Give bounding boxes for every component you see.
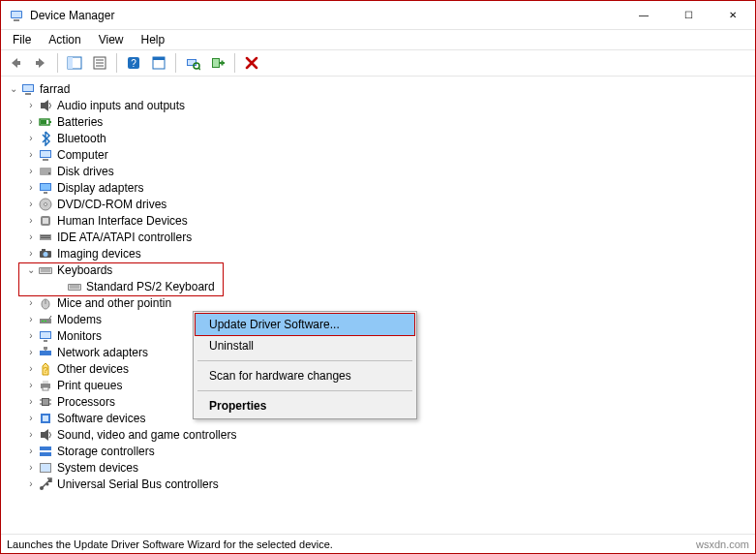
tree-item-display[interactable]: Display adapters bbox=[7, 179, 755, 196]
expand-collapse-icon[interactable] bbox=[24, 396, 38, 407]
tree-item-usb[interactable]: Universal Serial Bus controllers bbox=[7, 476, 755, 492]
computer-icon bbox=[38, 147, 53, 163]
svg-rect-78 bbox=[40, 452, 51, 456]
tree-item-label: Standard PS/2 Keyboard bbox=[86, 280, 215, 293]
tree-item-disk[interactable]: Disk drives bbox=[7, 163, 755, 179]
toolbar: ? bbox=[1, 49, 755, 77]
expand-collapse-icon[interactable] bbox=[24, 248, 38, 259]
tree-item-dvd[interactable]: DVD/CD-ROM drives bbox=[7, 196, 755, 212]
expand-collapse-icon[interactable] bbox=[24, 347, 38, 357]
menu-help[interactable]: Help bbox=[134, 31, 173, 48]
expand-collapse-icon[interactable] bbox=[24, 446, 38, 456]
context-menu-scan-for-hardware-changes[interactable]: Scan for hardware changes bbox=[196, 365, 414, 386]
expand-collapse-icon[interactable] bbox=[24, 314, 38, 324]
tree-item-label: Network adapters bbox=[57, 346, 148, 359]
action-button[interactable] bbox=[148, 52, 169, 74]
tree-item-label: Universal Serial Bus controllers bbox=[57, 477, 219, 491]
tree-item-computer[interactable]: Computer bbox=[7, 146, 755, 163]
tree-item-imaging[interactable]: Imaging devices bbox=[7, 245, 755, 262]
svg-rect-40 bbox=[41, 237, 50, 238]
cpu-icon bbox=[38, 394, 53, 410]
tree-item-ide[interactable]: IDE ATA/ATAPI controllers bbox=[7, 229, 755, 245]
tree-item-hid[interactable]: Human Interface Devices bbox=[7, 212, 755, 229]
maximize-button[interactable]: ☐ bbox=[666, 1, 711, 29]
svg-rect-2 bbox=[14, 19, 19, 21]
expand-collapse-icon[interactable] bbox=[24, 231, 38, 242]
expand-collapse-icon[interactable] bbox=[24, 133, 38, 143]
tree-item-audio[interactable]: Audio inputs and outputs bbox=[7, 97, 755, 113]
svg-rect-39 bbox=[41, 235, 50, 236]
expand-collapse-icon[interactable] bbox=[7, 83, 20, 94]
properties-button[interactable] bbox=[89, 52, 110, 74]
menu-view[interactable]: View bbox=[91, 31, 132, 48]
tree-item-keyboard-child[interactable]: Standard PS/2 Keyboard bbox=[7, 278, 755, 294]
minimize-button[interactable]: — bbox=[621, 1, 666, 29]
expand-collapse-icon[interactable] bbox=[24, 264, 38, 275]
svg-rect-67 bbox=[43, 387, 48, 390]
svg-point-30 bbox=[48, 172, 50, 174]
menu-file[interactable]: File bbox=[5, 31, 39, 48]
scan-hardware-button[interactable] bbox=[182, 52, 203, 74]
svg-rect-33 bbox=[44, 192, 47, 194]
software-icon bbox=[38, 411, 53, 426]
tree-item-mouse[interactable]: Mice and other pointin bbox=[7, 294, 755, 311]
close-button[interactable]: ✕ bbox=[711, 1, 755, 29]
tree-item-label: DVD/CD-ROM drives bbox=[57, 198, 166, 211]
tree-item-label: Storage controllers bbox=[57, 445, 155, 458]
expand-collapse-icon[interactable] bbox=[24, 380, 38, 390]
tree-item-bluetooth[interactable]: Bluetooth bbox=[7, 130, 755, 146]
help-button[interactable]: ? bbox=[123, 52, 144, 74]
dvd-icon bbox=[38, 197, 53, 212]
toolbar-separator bbox=[116, 53, 117, 73]
tree-item-system[interactable]: System devices bbox=[7, 459, 755, 476]
expand-collapse-icon[interactable] bbox=[24, 363, 38, 374]
tree-item-storage[interactable]: Storage controllers bbox=[7, 443, 755, 459]
device-tree[interactable]: farradAudio inputs and outputsBatteriesB… bbox=[1, 77, 755, 534]
svg-rect-60 bbox=[44, 340, 47, 342]
tree-item-label: Human Interface Devices bbox=[57, 214, 188, 228]
svg-point-42 bbox=[44, 252, 48, 257]
expand-collapse-icon[interactable] bbox=[24, 215, 38, 226]
tree-item-keyboard[interactable]: Keyboards bbox=[7, 262, 755, 278]
expand-collapse-icon[interactable] bbox=[24, 478, 38, 489]
svg-point-83 bbox=[46, 482, 49, 485]
svg-rect-76 bbox=[41, 432, 45, 438]
tree-item-label: Sound, video and game controllers bbox=[57, 428, 236, 442]
svg-point-55 bbox=[42, 320, 44, 322]
computer-root-icon bbox=[20, 81, 36, 97]
add-legacy-hardware-button[interactable] bbox=[207, 52, 228, 74]
expand-collapse-icon[interactable] bbox=[24, 116, 38, 127]
svg-rect-37 bbox=[43, 218, 48, 224]
expand-collapse-icon[interactable] bbox=[24, 462, 38, 473]
storage-icon bbox=[38, 444, 53, 459]
delete-icon[interactable] bbox=[241, 52, 262, 74]
expand-collapse-icon[interactable] bbox=[24, 199, 38, 209]
back-button[interactable] bbox=[5, 52, 26, 74]
show-hide-console-tree-button[interactable] bbox=[64, 52, 85, 74]
expand-collapse-icon[interactable] bbox=[24, 182, 38, 193]
expand-collapse-icon[interactable] bbox=[24, 429, 38, 440]
expand-collapse-icon[interactable] bbox=[24, 149, 38, 160]
forward-button[interactable] bbox=[30, 52, 51, 74]
context-menu-update-driver-software[interactable]: Update Driver Software... bbox=[195, 313, 415, 336]
expand-collapse-icon[interactable] bbox=[24, 100, 38, 110]
tree-item-battery[interactable]: Batteries bbox=[7, 113, 755, 130]
expand-collapse-icon[interactable] bbox=[24, 166, 38, 176]
tree-item-label: Display adapters bbox=[57, 181, 143, 195]
svg-rect-43 bbox=[42, 249, 45, 251]
tree-item-sound[interactable]: Sound, video and game controllers bbox=[7, 426, 755, 443]
context-menu-uninstall[interactable]: Uninstall bbox=[196, 335, 414, 356]
expand-collapse-icon[interactable] bbox=[24, 413, 38, 423]
svg-rect-75 bbox=[43, 416, 48, 421]
svg-rect-32 bbox=[41, 184, 50, 190]
svg-rect-84 bbox=[48, 479, 51, 482]
svg-line-57 bbox=[49, 316, 51, 319]
svg-rect-28 bbox=[43, 159, 48, 161]
tree-root[interactable]: farrad bbox=[7, 80, 755, 97]
context-menu-properties[interactable]: Properties bbox=[196, 395, 414, 416]
expand-collapse-icon[interactable] bbox=[24, 330, 38, 341]
menu-action[interactable]: Action bbox=[41, 31, 88, 48]
expand-collapse-icon[interactable] bbox=[24, 297, 38, 308]
svg-rect-59 bbox=[41, 332, 50, 338]
tree-item-label: IDE ATA/ATAPI controllers bbox=[57, 231, 192, 244]
